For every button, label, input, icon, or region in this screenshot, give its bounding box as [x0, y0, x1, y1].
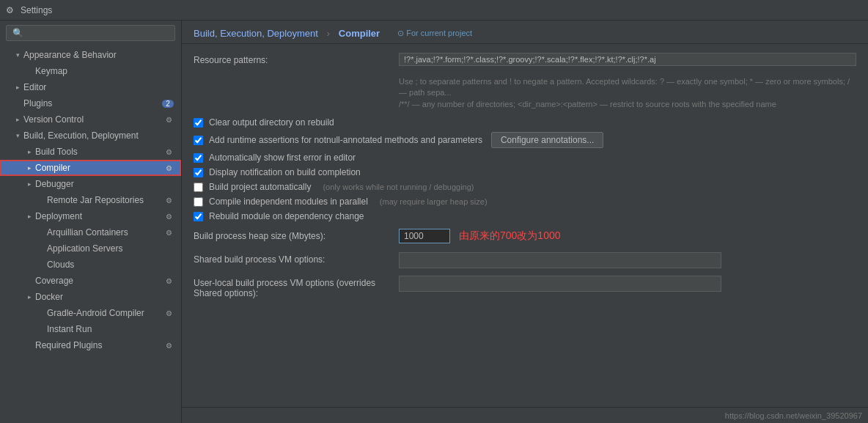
expand-arrow	[23, 339, 35, 351]
sidebar-item-required-plugins[interactable]: Required Plugins ⚙	[0, 337, 181, 353]
build-auto-note: (only works while not running / debuggin…	[323, 183, 474, 191]
sidebar-item-label: Build, Execution, Deployment	[23, 130, 177, 141]
for-current-project: ⊙ For current project	[397, 29, 472, 38]
expand-arrow	[12, 130, 23, 141]
expand-arrow	[23, 210, 35, 222]
sidebar-item-label: Editor	[23, 82, 177, 92]
sidebar-item-keymap[interactable]: Keymap	[0, 63, 181, 79]
expand-arrow	[23, 275, 35, 287]
clear-output-checkbox[interactable]	[194, 118, 203, 128]
expand-arrow	[35, 194, 47, 206]
heap-size-annotation: 由原来的700改为1000	[459, 229, 561, 243]
add-runtime-checkbox[interactable]	[194, 136, 203, 145]
content-panel: Build, Execution, Deployment › Compiler …	[182, 21, 868, 423]
sidebar-item-label: Docker	[35, 292, 177, 302]
heap-size-input[interactable]	[399, 229, 450, 243]
heap-size-value-container: 由原来的700改为1000	[399, 229, 561, 243]
sidebar-item-appearance[interactable]: Appearance & Behavior	[0, 47, 181, 63]
sidebar-item-label: Remote Jar Repositories	[47, 195, 163, 205]
clear-output-row: Clear output directory on rebuild	[194, 117, 856, 128]
expand-arrow	[12, 114, 23, 125]
settings-small-icon: ⚙	[163, 195, 174, 205]
sidebar-item-label: Gradle-Android Compiler	[47, 308, 163, 318]
settings-small-icon: ⚙	[163, 308, 174, 318]
expand-arrow	[35, 307, 47, 319]
resource-patterns-row: Resource patterns:	[194, 53, 856, 70]
sidebar-item-gradle-android[interactable]: Gradle-Android Compiler ⚙	[0, 305, 181, 321]
sidebar-item-docker[interactable]: Docker	[0, 289, 181, 305]
user-local-vm-input[interactable]	[399, 276, 721, 292]
sidebar-item-build-tools[interactable]: Build Tools ⚙	[0, 144, 181, 160]
display-notification-row: Display notification on build completion	[194, 167, 856, 177]
sidebar-item-label: Required Plugins	[35, 340, 163, 350]
sidebar-item-app-servers[interactable]: Application Servers	[0, 240, 181, 257]
settings-small-icon: ⚙	[163, 227, 174, 238]
rebuild-module-checkbox[interactable]	[194, 212, 203, 221]
search-input[interactable]	[6, 25, 175, 41]
bottom-bar: https://blog.csdn.net/weixin_39520967	[182, 407, 868, 423]
display-notification-label: Display notification on build completion	[209, 167, 361, 177]
add-runtime-label: Add runtime assertions for notnull-annot…	[209, 135, 482, 145]
settings-small-icon: ⚙	[163, 147, 174, 157]
expand-arrow	[35, 323, 47, 335]
title-bar: ⚙ Settings	[0, 0, 868, 21]
hint-line1: Use ; to separate patterns and ! to nega…	[399, 77, 850, 97]
expand-arrow	[23, 146, 35, 158]
expand-arrow	[35, 243, 47, 254]
display-notification-checkbox[interactable]	[194, 168, 203, 177]
breadcrumb: Build, Execution, Deployment	[194, 28, 318, 39]
plugins-badge: 2	[162, 100, 174, 108]
settings-small-icon: ⚙	[163, 340, 174, 350]
sidebar-item-label: Clouds	[47, 260, 177, 270]
expand-arrow	[12, 49, 23, 61]
sidebar-item-deployment[interactable]: Deployment ⚙	[0, 208, 181, 224]
configure-annotations-button[interactable]: Configure annotations...	[491, 132, 603, 148]
build-auto-label: Build project automatically	[209, 182, 311, 192]
sidebar-tree: Appearance & Behavior Keymap Editor Plug…	[0, 45, 181, 423]
expand-arrow	[23, 178, 35, 190]
sidebar-item-instant-run[interactable]: Instant Run	[0, 321, 181, 337]
sidebar-item-editor[interactable]: Editor	[0, 79, 181, 95]
sidebar-item-arquillian[interactable]: Arquillian Containers ⚙	[0, 224, 181, 240]
sidebar-item-version-control[interactable]: Version Control ⚙	[0, 111, 181, 128]
settings-small-icon: ⚙	[163, 276, 174, 286]
sidebar-item-label: Coverage	[35, 276, 163, 286]
sidebar-item-label: Application Servers	[47, 243, 177, 254]
resource-patterns-input[interactable]	[399, 53, 856, 66]
bottom-url: https://blog.csdn.net/weixin_39520967	[725, 411, 862, 420]
sidebar-item-build-execution[interactable]: Build, Execution, Deployment	[0, 128, 181, 144]
breadcrumb-sep: ›	[327, 29, 330, 39]
resource-patterns-label: Resource patterns:	[194, 53, 399, 65]
sidebar-item-remote-jar[interactable]: Remote Jar Repositories ⚙	[0, 192, 181, 208]
shared-vm-row: Shared build process VM options:	[194, 252, 856, 270]
expand-arrow	[35, 227, 47, 238]
settings-small-icon: ⚙	[163, 211, 174, 221]
auto-show-error-label: Automatically show first error in editor	[209, 152, 356, 163]
sidebar-item-label: Debugger	[35, 179, 177, 189]
expand-arrow	[35, 259, 47, 271]
heap-size-label: Build process heap size (Mbytes):	[194, 229, 399, 241]
rebuild-module-row: Rebuild module on dependency change	[194, 211, 856, 221]
auto-show-error-checkbox[interactable]	[194, 153, 203, 163]
main-container: Appearance & Behavior Keymap Editor Plug…	[0, 21, 868, 423]
hint-line2: /**/ — any number of directories; <dir_n…	[399, 100, 776, 108]
content-body: Resource patterns: Use ; to separate pat…	[182, 44, 868, 407]
sidebar-item-clouds[interactable]: Clouds	[0, 257, 181, 273]
build-auto-row: Build project automatically (only works …	[194, 182, 856, 192]
sidebar-item-plugins[interactable]: Plugins 2	[0, 95, 181, 111]
expand-arrow	[23, 162, 35, 174]
sidebar-item-coverage[interactable]: Coverage ⚙	[0, 273, 181, 289]
build-auto-checkbox[interactable]	[194, 183, 203, 192]
expand-arrow	[12, 98, 23, 109]
compile-parallel-label: Compile independent modules in parallel	[209, 196, 368, 207]
content-header: Build, Execution, Deployment › Compiler …	[182, 21, 868, 44]
shared-vm-input[interactable]	[399, 252, 721, 268]
sidebar-item-compiler[interactable]: Compiler ⚙	[0, 160, 181, 176]
auto-show-error-row: Automatically show first error in editor	[194, 152, 856, 163]
sidebar-item-label: Instant Run	[47, 324, 177, 334]
clear-output-label: Clear output directory on rebuild	[209, 117, 334, 128]
sidebar-item-label: Keymap	[35, 66, 177, 76]
sidebar-item-debugger[interactable]: Debugger	[0, 176, 181, 192]
shared-vm-label: Shared build process VM options:	[194, 252, 399, 265]
compile-parallel-checkbox[interactable]	[194, 197, 203, 207]
